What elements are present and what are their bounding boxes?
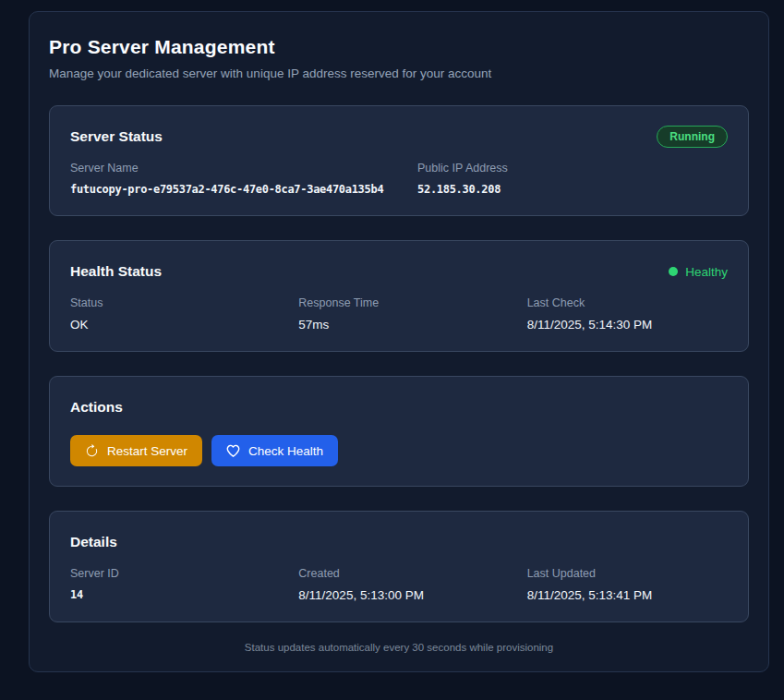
- actions-title: Actions: [70, 399, 123, 416]
- details-title: Details: [70, 534, 117, 550]
- details-header: Details: [70, 531, 728, 553]
- server-id-value: 14: [70, 588, 271, 601]
- last-updated-value: 8/11/2025, 5:13:41 PM: [527, 588, 728, 602]
- details-fields: Server ID 14 Created 8/11/2025, 5:13:00 …: [70, 567, 728, 602]
- public-ip-value: 52.185.30.208: [417, 183, 728, 196]
- refresh-icon: [85, 444, 99, 458]
- healthy-indicator: Healthy: [669, 265, 728, 279]
- actions-header: Actions: [70, 396, 728, 418]
- server-name-value: futucopy-pro-e79537a2-476c-47e0-8ca7-3ae…: [70, 183, 390, 196]
- restart-server-label: Restart Server: [107, 444, 187, 458]
- running-status-badge: Running: [657, 126, 728, 148]
- check-health-label: Check Health: [248, 444, 323, 458]
- health-status-header: Health Status Healthy: [70, 260, 728, 283]
- actions-card: Actions Restart Server Check Healt: [49, 376, 749, 487]
- last-check-field: Last Check 8/11/2025, 5:14:30 PM: [527, 296, 728, 332]
- status-label: Status: [70, 296, 271, 309]
- health-status-card: Health Status Healthy Status OK Response…: [49, 240, 749, 352]
- response-time-field: Response Time 57ms: [298, 296, 499, 332]
- last-check-value: 8/11/2025, 5:14:30 PM: [527, 318, 728, 332]
- server-status-title: Server Status: [70, 128, 163, 145]
- server-name-field: Server Name futucopy-pro-e79537a2-476c-4…: [70, 162, 390, 196]
- created-value: 8/11/2025, 5:13:00 PM: [298, 588, 499, 602]
- response-time-value: 57ms: [298, 318, 499, 332]
- server-status-fields: Server Name futucopy-pro-e79537a2-476c-4…: [70, 162, 728, 196]
- created-label: Created: [298, 567, 499, 580]
- public-ip-field: Public IP Address 52.185.30.208: [417, 162, 728, 196]
- server-id-label: Server ID: [70, 567, 271, 580]
- server-status-header: Server Status Running: [70, 126, 728, 148]
- server-status-card: Server Status Running Server Name futuco…: [49, 105, 749, 216]
- response-time-label: Response Time: [298, 296, 499, 309]
- healthy-indicator-label: Healthy: [685, 265, 728, 279]
- server-name-label: Server Name: [70, 162, 390, 175]
- page-title: Pro Server Management: [49, 36, 749, 58]
- pro-server-management-panel: Pro Server Management Manage your dedica…: [29, 11, 769, 672]
- server-id-field: Server ID 14: [70, 567, 271, 602]
- dot-icon: [669, 267, 678, 276]
- auto-update-note: Status updates automatically every 30 se…: [49, 642, 749, 653]
- public-ip-label: Public IP Address: [417, 162, 728, 175]
- created-field: Created 8/11/2025, 5:13:00 PM: [298, 567, 499, 602]
- restart-server-button[interactable]: Restart Server: [70, 435, 202, 466]
- details-card: Details Server ID 14 Created 8/11/2025, …: [49, 511, 749, 622]
- last-check-label: Last Check: [527, 296, 728, 309]
- status-field: Status OK: [70, 296, 271, 332]
- actions-button-row: Restart Server Check Health: [70, 435, 728, 466]
- status-value: OK: [70, 318, 271, 332]
- last-updated-label: Last Updated: [527, 567, 728, 580]
- heart-icon: [226, 444, 240, 458]
- health-status-title: Health Status: [70, 263, 162, 280]
- check-health-button[interactable]: Check Health: [211, 435, 338, 466]
- health-status-fields: Status OK Response Time 57ms Last Check …: [70, 296, 728, 332]
- page-subtitle: Manage your dedicated server with unique…: [49, 66, 749, 80]
- last-updated-field: Last Updated 8/11/2025, 5:13:41 PM: [527, 567, 728, 602]
